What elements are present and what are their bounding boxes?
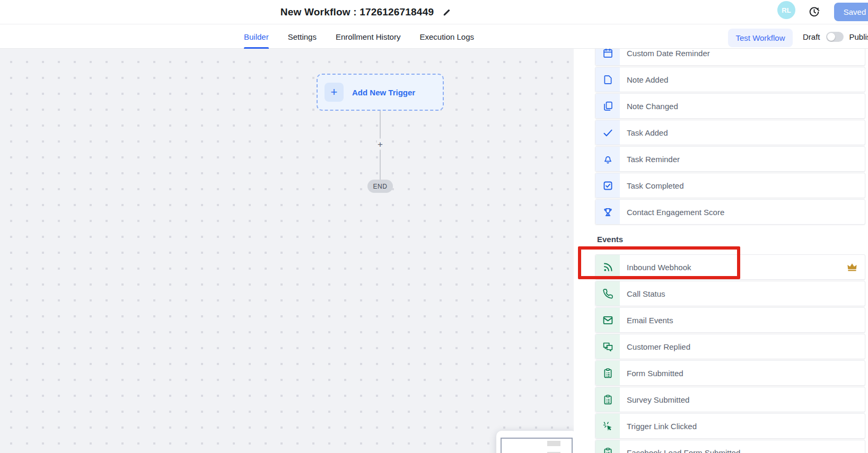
event-item-inbound-webhook[interactable]: Inbound Webhook bbox=[595, 254, 865, 280]
item-label: Note Added bbox=[627, 75, 668, 84]
toggle-knob bbox=[827, 33, 835, 41]
trigger-item-task-added[interactable]: Task Added bbox=[595, 120, 865, 145]
mail-icon bbox=[595, 308, 620, 332]
trigger-item-note-changed[interactable]: Note Changed bbox=[595, 93, 865, 119]
trigger-item-custom-date-reminder[interactable]: Custom Date Reminder bbox=[595, 49, 865, 66]
phone-icon bbox=[595, 281, 620, 306]
publish-controls: Draft Publish bbox=[803, 24, 868, 49]
item-label: Customer Replied bbox=[627, 342, 690, 351]
event-item-form-submitted[interactable]: Form Submitted bbox=[595, 360, 865, 386]
item-label: Call Status bbox=[627, 289, 665, 298]
event-item-customer-replied[interactable]: Customer Replied bbox=[595, 334, 865, 359]
end-node: END bbox=[367, 180, 393, 193]
check-icon bbox=[595, 120, 620, 145]
item-label: Inbound Webhook bbox=[627, 263, 691, 272]
publish-label: Publish bbox=[849, 32, 868, 41]
page-title: New Workflow : 1726126718449 bbox=[280, 6, 434, 18]
item-label: Note Changed bbox=[627, 102, 678, 111]
trigger-picker-sidebar: Events Custom Date ReminderNote AddedNot… bbox=[574, 49, 868, 453]
clipboard-icon bbox=[595, 361, 620, 385]
trigger-item-note-added[interactable]: Note Added bbox=[595, 67, 865, 92]
bell-icon bbox=[595, 147, 620, 171]
item-label: Task Completed bbox=[627, 181, 684, 190]
trigger-list: Events Custom Date ReminderNote AddedNot… bbox=[574, 49, 868, 453]
minimap-viewport bbox=[501, 438, 573, 453]
history-icon[interactable] bbox=[808, 6, 821, 19]
item-label: Survey Submitted bbox=[627, 395, 689, 404]
item-label: Form Submitted bbox=[627, 369, 683, 378]
saved-button[interactable]: Saved bbox=[834, 3, 868, 21]
event-item-call-status[interactable]: Call Status bbox=[595, 281, 865, 306]
add-new-trigger-label: Add New Trigger bbox=[352, 88, 415, 97]
chat-icon bbox=[595, 334, 620, 359]
trophy-icon bbox=[595, 200, 620, 224]
top-header: New Workflow : 1726126718449 RL Saved bbox=[0, 0, 868, 24]
item-label: Custom Date Reminder bbox=[627, 49, 710, 58]
workflow-title-wrap: New Workflow : 1726126718449 bbox=[233, 0, 498, 24]
link-click-icon bbox=[595, 414, 620, 438]
tab-execution-logs[interactable]: Execution Logs bbox=[419, 24, 474, 49]
event-item-survey-submitted[interactable]: Survey Submitted bbox=[595, 387, 865, 412]
event-item-facebook-lead-form-submitted[interactable]: Facebook Lead Form Submitted bbox=[595, 440, 865, 453]
item-label: Task Added bbox=[627, 128, 668, 137]
add-step-plus-icon[interactable]: + bbox=[377, 139, 383, 150]
item-label: Contact Engagement Score bbox=[627, 208, 724, 217]
add-new-trigger-button[interactable]: + Add New Trigger bbox=[317, 74, 444, 111]
tab-settings[interactable]: Settings bbox=[288, 24, 317, 49]
item-label: Task Reminder bbox=[627, 155, 680, 164]
clipboard-icon bbox=[595, 387, 620, 412]
webhook-icon bbox=[595, 255, 620, 279]
event-item-email-events[interactable]: Email Events bbox=[595, 307, 865, 333]
clipboard-icon bbox=[595, 440, 620, 453]
edit-title-icon[interactable] bbox=[442, 8, 451, 17]
calendar-icon bbox=[595, 49, 620, 65]
tab-builder[interactable]: Builder bbox=[244, 24, 269, 49]
workflow-canvas[interactable]: + Add New Trigger + END bbox=[0, 49, 574, 453]
events-section-header: Events bbox=[597, 235, 623, 244]
item-label: Facebook Lead Form Submitted bbox=[627, 448, 740, 453]
minimap[interactable] bbox=[496, 431, 574, 453]
item-label: Email Events bbox=[627, 316, 673, 325]
item-label: Trigger Link Clicked bbox=[627, 422, 697, 431]
task-completed-icon bbox=[595, 173, 620, 198]
event-item-trigger-link-clicked[interactable]: Trigger Link Clicked bbox=[595, 413, 865, 439]
draft-label: Draft bbox=[803, 32, 820, 41]
avatar[interactable]: RL bbox=[777, 1, 795, 19]
tab-bar: BuilderSettingsEnrollment HistoryExecuti… bbox=[0, 24, 868, 49]
test-workflow-button[interactable]: Test Workflow bbox=[728, 29, 793, 47]
tabs: BuilderSettingsEnrollment HistoryExecuti… bbox=[244, 24, 474, 49]
workflow-builder-app: New Workflow : 1726126718449 RL Saved Bu… bbox=[0, 0, 868, 453]
minimap-node bbox=[547, 441, 560, 446]
trigger-item-contact-engagement-score[interactable]: Contact Engagement Score bbox=[595, 199, 865, 225]
trigger-item-task-reminder[interactable]: Task Reminder bbox=[595, 146, 865, 172]
note-changed-icon bbox=[595, 94, 620, 118]
trigger-item-task-completed[interactable]: Task Completed bbox=[595, 173, 865, 198]
tab-enrollment-history[interactable]: Enrollment History bbox=[336, 24, 401, 49]
note-icon bbox=[595, 67, 620, 92]
publish-toggle[interactable] bbox=[826, 32, 844, 42]
plus-icon: + bbox=[325, 83, 344, 102]
crown-icon bbox=[846, 261, 858, 273]
